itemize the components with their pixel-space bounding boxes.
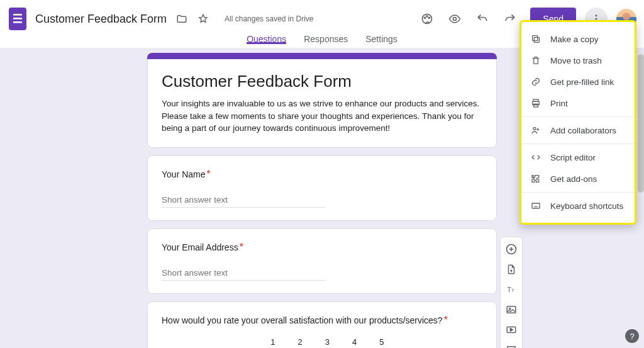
form-title[interactable]: Customer Feedback Form [162,72,482,91]
keyboard-icon [530,200,541,211]
short-answer-input [162,264,325,281]
trash-icon [530,55,541,66]
menu-item-label: Keyboard shortcuts [550,201,623,211]
question-toolbar: TT [500,237,523,348]
more-options-menu: Make a copy Move to trash Get pre-filled… [519,20,636,225]
svg-text:T: T [507,286,511,293]
puzzle-icon [530,173,541,184]
svg-point-16 [509,308,511,309]
scale-number: 1 [270,337,275,347]
menu-item-label: Script editor [550,153,596,162]
question-label: Your Email Address [162,242,238,252]
star-icon[interactable] [197,13,209,25]
print-icon [530,98,541,109]
people-icon [530,125,541,136]
scale-number: 5 [379,337,384,347]
move-to-folder-icon[interactable] [175,13,188,25]
scale-number: 2 [297,337,302,347]
save-status: All changes saved in Drive [225,14,313,23]
svg-point-5 [425,17,426,18]
menu-item-prefilled[interactable]: Get pre-filled link [521,71,635,93]
code-icon [530,152,541,163]
doc-title[interactable]: Customer Feedback Form [35,13,167,26]
required-indicator: * [207,169,211,179]
menu-item-label: Get pre-filled link [550,77,614,87]
svg-rect-15 [507,306,516,313]
copy-icon [530,33,541,45]
menu-item-label: Print [550,99,568,108]
redo-icon[interactable] [499,8,521,30]
form-header-card[interactable]: Customer Feedback Form Your insights are… [147,59,497,148]
question-card-name[interactable]: Your Name* [147,155,497,221]
question-label: How would you rate your overall satisfac… [162,315,443,325]
form-description[interactable]: Your insights are invaluable to us as we… [162,98,482,135]
svg-point-8 [453,18,457,21]
help-button[interactable]: ? [625,329,639,343]
add-question-icon[interactable] [504,242,518,256]
menu-item-shortcuts[interactable]: Keyboard shortcuts [521,195,635,216]
svg-rect-1 [13,14,22,16]
svg-rect-26 [532,203,540,208]
scale-number: 3 [325,337,330,347]
form-accent-bar [147,53,497,59]
svg-text:T: T [511,288,514,293]
scale-number: 4 [352,337,357,347]
menu-item-label: Get add-ons [550,174,597,184]
import-questions-icon[interactable] [504,262,518,276]
add-image-icon[interactable] [504,303,518,317]
svg-rect-3 [13,21,22,23]
theme-icon[interactable] [416,8,438,30]
required-indicator: * [444,315,448,325]
forms-logo[interactable] [8,6,28,31]
menu-item-move-trash[interactable]: Move to trash [521,50,635,71]
svg-point-9 [596,14,597,16]
svg-point-7 [429,17,430,18]
question-label: Your Name [162,169,206,179]
svg-rect-20 [534,37,539,42]
add-video-icon[interactable] [504,323,518,337]
add-title-icon[interactable]: TT [504,283,518,296]
question-card-email[interactable]: Your Email Address* [147,228,497,294]
menu-item-label: Move to trash [550,56,602,65]
svg-rect-2 [13,18,22,20]
tab-responses[interactable]: Responses [304,34,348,44]
tab-settings[interactable]: Settings [365,34,397,44]
menu-item-make-copy[interactable]: Make a copy [521,28,635,50]
tab-questions[interactable]: Questions [247,34,286,44]
short-answer-input [162,191,325,208]
menu-item-addons[interactable]: Get add-ons [521,168,635,189]
menu-item-script-editor[interactable]: Script editor [521,147,635,168]
undo-icon[interactable] [471,8,494,30]
menu-item-label: Make a copy [550,35,599,44]
svg-point-25 [533,127,536,130]
link-icon [530,76,541,87]
scrollbar[interactable] [638,54,644,193]
menu-item-collaborators[interactable]: Add collaborators [521,120,635,141]
menu-item-label: Add collaborators [550,126,616,135]
svg-rect-21 [533,36,538,41]
add-section-icon[interactable] [504,343,518,348]
question-card-satisfaction[interactable]: How would you rate your overall satisfac… [147,301,497,348]
preview-icon[interactable] [443,8,466,30]
svg-point-6 [426,16,428,17]
required-indicator: * [240,242,243,252]
menu-item-print[interactable]: Print [521,93,635,114]
